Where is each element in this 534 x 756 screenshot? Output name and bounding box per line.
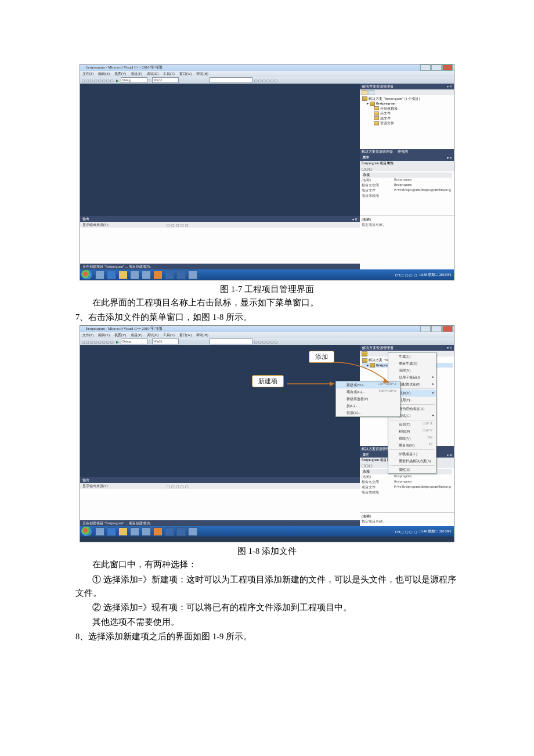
taskbar-item[interactable] [165, 271, 174, 279]
menu-item[interactable]: 卸载项目(L) [388, 451, 436, 458]
pin-icon[interactable]: ▾ ✕ [352, 217, 360, 221]
menu-edit[interactable]: 编辑(E) [98, 71, 110, 77]
taskbar-item[interactable] [118, 271, 128, 279]
ide-title: firstprogram - Microsoft Visual C++ 2010… [86, 65, 163, 70]
solution-node[interactable]: 解决方案 "firstprogram" (1 个项目) [362, 96, 453, 101]
taskbar-item[interactable] [130, 271, 139, 279]
taskbar-item[interactable] [153, 271, 163, 279]
editor-area [80, 84, 360, 216]
menu-item[interactable]: 现有项(G)...Shift+Alt+A [336, 388, 400, 395]
menu-item[interactable]: 移除(V)Del [388, 435, 436, 442]
ide-title-bar: firstprogram - Microsoft Visual C++ 2010… [80, 326, 454, 332]
menu-project[interactable]: 项目(P) [131, 71, 142, 77]
prop-row-namespace[interactable]: 根命名空间firstprogram [362, 183, 452, 188]
folder-resources[interactable]: 资源文件 [362, 121, 453, 125]
project-node[interactable]: ▸ firstprogram [362, 101, 453, 106]
properties-body: 杂项 (名称)firstprogram 根命名空间firstprogram 项目… [360, 171, 454, 215]
folder-icon [374, 121, 379, 125]
paragraph: 在此界面的工程项目名称上右击鼠标，显示如下菜单窗口。 [75, 296, 459, 309]
menu-item[interactable]: 属性(R) [388, 466, 436, 473]
figure-1-7: firstprogram - Microsoft Visual C++ 2010… [80, 64, 454, 280]
folder-icon [374, 111, 379, 116]
prop-row-projectfile[interactable]: 项目文件F:\vc\firstprogram\firstprogram\firs… [362, 188, 452, 193]
menu-item[interactable]: 资源(R)... [336, 409, 400, 416]
menu-bar[interactable]: 文件(F) 编辑(E) 视图(V) 项目(P) 调试(D) 工具(T) 窗口(W… [80, 71, 454, 77]
pin-icon[interactable]: ▾ ✕ [447, 156, 453, 160]
tab-solution-explorer[interactable]: 解决方案资源管理器 [362, 149, 393, 154]
paragraph-option-1: ① 选择添加=》新建项：这时可以为工程项目添加新建的文件，可以是头文件，也可以是… [75, 573, 459, 600]
taskbar-item[interactable] [176, 271, 186, 279]
system-tray[interactable]: CH ▢ ▢ ▢ ▢ 13:48 星期二 2015/9/1 [393, 269, 454, 280]
taskbar-item[interactable] [95, 271, 104, 279]
status-bar: 正在创建项目 "firstprogram" ... 项目创建成功。 [80, 520, 360, 526]
project-icon [370, 102, 375, 106]
properties-category: 杂项 [362, 172, 452, 178]
toolbar-icons[interactable]: ▢▢▢▢▢▢▢▢ [82, 78, 114, 82]
folder-sources[interactable]: 源文件 [362, 116, 453, 121]
menu-help[interactable]: 帮助(H) [196, 71, 208, 77]
menu-file[interactable]: 文件(F) [82, 71, 93, 77]
menu-item[interactable]: 类(C)... [336, 402, 400, 409]
output-toolbar[interactable]: 显示输出来源(S): ▢▢▢▢▢ [80, 483, 360, 489]
tool-icon[interactable] [369, 90, 374, 95]
paragraph: 在此窗口中，有两种选择： [75, 558, 459, 571]
menu-item[interactable]: 粘贴(P)Ctrl+V [388, 428, 436, 435]
caption-1-8: 图 1-8 添加文件 [75, 546, 459, 557]
toolbar[interactable]: ▢▢▢▢▢▢▢▢ ▶ Debug · Win32 ▢▢▢▢▢▢ [80, 338, 454, 345]
close-button[interactable] [442, 64, 453, 71]
taskbar-item[interactable] [188, 271, 197, 279]
taskbar-item[interactable] [107, 271, 116, 279]
home-icon[interactable] [362, 90, 367, 95]
find-combo[interactable] [210, 77, 252, 83]
folder-icon [374, 116, 379, 120]
start-button[interactable] [81, 270, 92, 279]
clock: 13:48 星期二 2015/9/1 [419, 273, 452, 276]
solution-icon [362, 96, 367, 101]
toolbar[interactable]: ▢▢▢▢▢▢▢▢ ▶ Debug · Win32 ▢▢▢▢▢▢ [80, 77, 454, 84]
menu-view[interactable]: 视图(V) [114, 71, 126, 77]
output-toolbar[interactable]: 显示输出来源(S): ▢▢▢▢▢ [80, 222, 360, 228]
maximize-button[interactable] [431, 64, 442, 71]
solution-explorer-toolbar[interactable] [360, 89, 454, 95]
properties-toolbar[interactable]: ▢▢|▢ [360, 166, 454, 171]
menu-item[interactable]: 重新生成(E) [388, 360, 436, 367]
prop-row-deps[interactable]: 项目依赖项 [362, 193, 452, 199]
menu-bar[interactable]: 文件(F) 编辑(E) 视图(V) 项目(P) 调试(D) 工具(T) 窗口(W… [80, 332, 454, 338]
solution-tree[interactable]: 解决方案 "firstprogram" (1 个项目) ▸ firstprogr… [360, 95, 454, 149]
prop-row-name[interactable]: (名称)firstprogram [362, 178, 452, 183]
properties-header[interactable]: 属性 ▾ ✕ [360, 155, 454, 161]
figure-1-8: firstprogram - Microsoft Visual C++ 2010… [80, 325, 454, 542]
right-tabstrip[interactable]: 解决方案资源管理器 类视图 [360, 149, 454, 155]
menu-item[interactable]: 清理(N) [388, 367, 436, 374]
svg-marker-1 [330, 381, 334, 386]
pin-icon[interactable]: ▾ ✕ [447, 84, 453, 88]
menu-item[interactable]: 仅用于项目(J)▸ [388, 374, 436, 381]
output-tool-icons[interactable]: ▢▢▢▢▢ [167, 223, 190, 227]
menu-item[interactable]: 重新扫描解决方案(S) [388, 458, 436, 465]
taskbar[interactable]: CH ▢ ▢ ▢ ▢13:48 星期二 2015/9/1 [80, 526, 454, 537]
menu-item[interactable]: 剪切(T)Ctrl+X [388, 421, 436, 428]
output-body [80, 489, 360, 520]
step-7: 7、右击添加文件的菜单窗口，如图 1-8 所示。 [75, 311, 459, 324]
output-header[interactable]: 输出 ▾ ✕ [80, 216, 360, 222]
menu-item[interactable]: 重命名(M)F2 [388, 442, 436, 449]
tab-class-view[interactable]: 类视图 [398, 149, 408, 154]
toolbar-icons-2[interactable]: ▢▢▢▢▢▢ [254, 78, 279, 82]
menu-item[interactable]: 新建筛选器(F) [336, 395, 400, 402]
menu-item[interactable]: 生成(U) [388, 353, 436, 360]
platform-combo[interactable]: Win32 [152, 77, 179, 83]
folder-headers[interactable]: 头文件 [362, 111, 453, 116]
status-bar: 正在创建项目 "firstprogram" ... 项目创建成功。 [80, 264, 360, 269]
minimize-button[interactable] [420, 64, 431, 71]
menu-tools[interactable]: 工具(T) [163, 71, 175, 77]
config-combo[interactable]: Debug [121, 77, 147, 83]
menu-window[interactable]: 窗口(W) [179, 71, 192, 77]
output-header[interactable]: 输出 [80, 477, 360, 483]
paragraph: 其他选项不需要使用。 [75, 615, 459, 629]
folder-external[interactable]: 外部依赖项 [362, 106, 453, 111]
taskbar-item[interactable] [142, 271, 151, 279]
folder-icon [374, 106, 379, 110]
taskbar[interactable]: CH ▢ ▢ ▢ ▢ 13:48 星期二 2015/9/1 [80, 269, 454, 280]
solution-explorer-header[interactable]: 解决方案资源管理器 ▾ ✕ [360, 84, 454, 89]
menu-debug[interactable]: 调试(D) [147, 71, 158, 77]
